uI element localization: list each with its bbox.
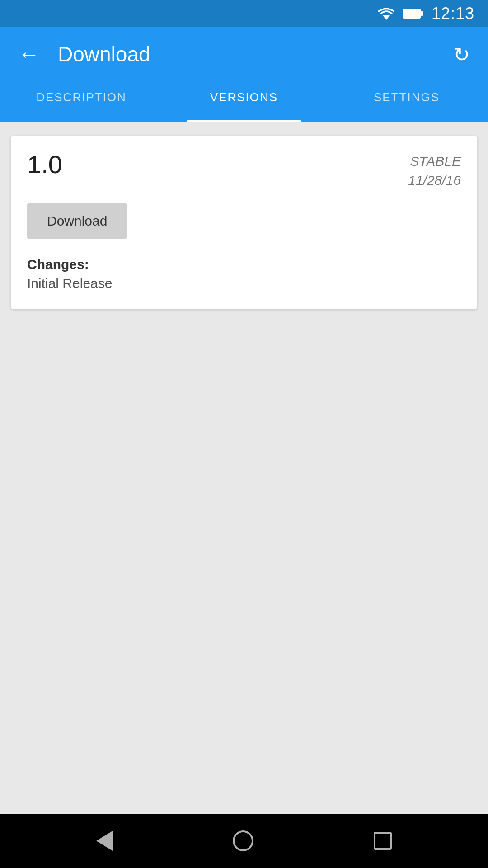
main-content: 1.0 STABLE 11/28/16 Download Changes: In… [0,122,488,814]
back-button[interactable]: ← [14,39,44,70]
changes-label: Changes: [27,257,461,272]
version-card: 1.0 STABLE 11/28/16 Download Changes: In… [11,136,477,309]
tab-settings[interactable]: SETTINGS [325,81,488,122]
nav-recents-button[interactable] [365,823,401,859]
changes-section: Changes: Initial Release [27,257,461,291]
version-stability: STABLE [408,152,461,171]
wifi-icon [378,7,394,20]
version-date: 11/28/16 [408,171,461,190]
svg-rect-1 [403,9,421,19]
svg-rect-2 [421,11,423,16]
nav-bar [0,814,488,868]
svg-marker-0 [383,15,390,20]
app-bar: ← Download ↻ [0,27,488,81]
nav-back-icon [96,831,113,851]
version-card-header: 1.0 STABLE 11/28/16 [27,152,461,190]
nav-home-icon [233,830,253,851]
tab-versions-label: VERSIONS [210,90,278,110]
app-title: Download [58,42,150,66]
refresh-button[interactable]: ↻ [449,38,474,71]
changes-text: Initial Release [27,276,461,291]
version-number: 1.0 [27,152,62,177]
download-button[interactable]: Download [27,203,127,239]
nav-home-button[interactable] [224,821,263,860]
tab-versions[interactable]: VERSIONS [163,81,325,122]
tab-settings-label: SETTINGS [374,90,440,110]
status-icons: 12:13 [378,4,474,23]
nav-back-button[interactable] [87,822,122,860]
version-meta: STABLE 11/28/16 [408,152,461,190]
battery-icon [403,9,423,19]
app-bar-left: ← Download [14,39,150,70]
status-bar: 12:13 [0,0,488,27]
nav-recents-icon [374,832,392,850]
status-time: 12:13 [432,4,474,23]
tabs-bar: DESCRIPTION VERSIONS SETTINGS [0,81,488,122]
tab-description[interactable]: DESCRIPTION [0,81,163,122]
tab-description-label: DESCRIPTION [36,90,127,110]
